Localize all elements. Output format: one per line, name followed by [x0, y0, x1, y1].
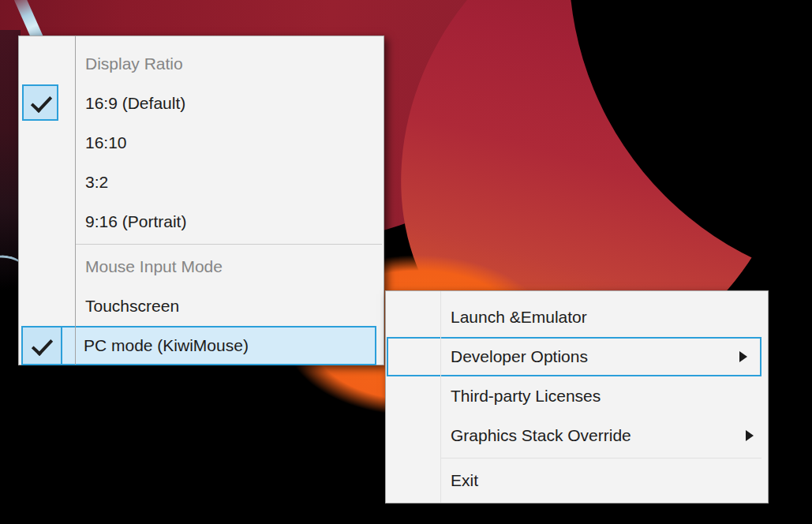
menu-item-label: 3:2 [19, 163, 384, 202]
menu-gutter-line [440, 291, 441, 503]
menu-item-label: Exit [386, 461, 768, 500]
menu-item-label: PC mode (KiwiMouse) [62, 328, 249, 364]
menu-item-label: 9:16 (Portrait) [19, 202, 384, 241]
submenu-header-mouse-input-mode: Mouse Input Mode [19, 247, 384, 286]
menu-item-label: 16:10 [19, 123, 384, 163]
menu-item-third-party-licenses[interactable]: Third-party Licenses [386, 376, 768, 416]
menu-item-launch-emulator[interactable]: Launch &Emulator [386, 298, 768, 337]
check-icon [31, 91, 52, 113]
submenu-arrow-icon [739, 351, 747, 362]
menu-item-developer-options[interactable]: Developer Options [387, 337, 761, 376]
menu-item-9-16-portrait[interactable]: 9:16 (Portrait) [19, 202, 384, 241]
menu-item-exit[interactable]: Exit [386, 461, 768, 500]
developer-options-submenu: Display Ratio 16:9 (Default) 16:10 3:2 9… [18, 36, 384, 365]
submenu-gutter-line [75, 36, 76, 365]
checkmark-box [23, 328, 62, 364]
section-header-label: Mouse Input Mode [19, 247, 384, 286]
menu-item-graphics-stack-override[interactable]: Graphics Stack Override [386, 416, 768, 455]
tray-context-menu: Launch &Emulator Developer Options Third… [385, 290, 769, 503]
section-header-label: Display Ratio [19, 44, 384, 84]
menu-item-touchscreen[interactable]: Touchscreen [19, 286, 384, 326]
menu-separator [76, 244, 382, 245]
menu-item-3-2[interactable]: 3:2 [19, 163, 384, 202]
menu-item-16-10[interactable]: 16:10 [19, 123, 384, 163]
check-icon [32, 334, 53, 356]
checkmark-box [22, 84, 58, 121]
menu-item-16-9-default[interactable]: 16:9 (Default) [19, 84, 384, 123]
submenu-header-display-ratio: Display Ratio [19, 44, 384, 84]
desktop: Display Ratio 16:9 (Default) 16:10 3:2 9… [0, 0, 812, 524]
menu-item-label: Touchscreen [19, 286, 384, 326]
menu-item-label: Third-party Licenses [386, 376, 768, 416]
menu-item-label: 16:9 (Default) [19, 84, 384, 123]
menu-item-label: Developer Options [388, 339, 760, 375]
menu-separator [441, 458, 761, 458]
submenu-arrow-icon [746, 430, 754, 441]
menu-item-label: Graphics Stack Override [386, 416, 768, 455]
menu-item-label: Launch &Emulator [386, 298, 768, 337]
